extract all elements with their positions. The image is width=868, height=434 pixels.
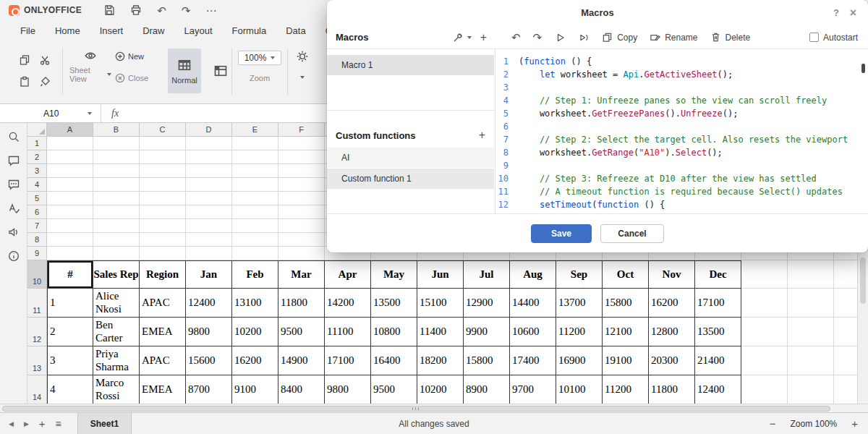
cell-A4[interactable]	[47, 178, 93, 192]
cell-B7[interactable]	[93, 219, 140, 233]
row-header-9[interactable]: 9	[27, 247, 47, 260]
cell[interactable]	[741, 318, 788, 346]
row-header-8[interactable]: 8	[27, 233, 47, 247]
cell[interactable]	[834, 289, 857, 318]
col-header-E[interactable]: E	[232, 123, 278, 137]
table-header-cell[interactable]: Region	[140, 260, 186, 289]
cell-C12[interactable]: EMEA	[140, 318, 186, 346]
cell-C3[interactable]	[140, 164, 186, 178]
format-painter-icon[interactable]	[39, 76, 51, 88]
close-icon[interactable]: ×	[850, 0, 856, 26]
cell[interactable]	[788, 318, 834, 346]
cell-E12[interactable]: 10200	[232, 318, 278, 346]
cell-O13[interactable]: 21400	[695, 346, 741, 375]
cell-B11[interactable]: Alice Nkosi	[93, 289, 140, 318]
cell[interactable]	[741, 346, 788, 375]
cell-C6[interactable]	[140, 205, 186, 219]
zoom-in-icon[interactable]: +	[851, 418, 858, 429]
cell-E1[interactable]	[232, 137, 278, 150]
cell-F11[interactable]: 11800	[278, 289, 325, 318]
cell-E6[interactable]	[232, 205, 278, 219]
autostart-checkbox[interactable]: Autostart	[809, 33, 858, 43]
cell-O11[interactable]: 17100	[695, 289, 741, 318]
sheet-view-close-button[interactable]: Close	[114, 72, 148, 84]
cell-D3[interactable]	[186, 164, 232, 178]
table-header-cell[interactable]: Oct	[603, 260, 649, 289]
sheet-list-icon[interactable]: ≡	[56, 418, 61, 430]
save-icon[interactable]	[103, 4, 115, 16]
cell-E2[interactable]	[232, 150, 278, 164]
row-header-4[interactable]: 4	[27, 178, 47, 192]
cell-D4[interactable]	[186, 178, 232, 192]
cell-L11[interactable]: 13700	[556, 289, 603, 318]
cell-E9[interactable]	[232, 247, 278, 260]
code-line-5[interactable]: 5 worksheet.GetFreezePanes().Unfreeze();	[495, 107, 868, 120]
code-line-12[interactable]: 12 setTimeout(function () {	[495, 198, 868, 211]
cell-J14[interactable]: 8900	[464, 375, 510, 404]
row-header-11[interactable]: 11	[27, 289, 47, 318]
cell-C7[interactable]	[140, 219, 186, 233]
add-macro-icon[interactable]: +	[480, 32, 487, 43]
cell-F6[interactable]	[278, 205, 325, 219]
menu-tab-layout[interactable]: Layout	[184, 25, 213, 36]
macro-undo-icon[interactable]: ↶	[511, 32, 521, 43]
cell-B12[interactable]: Ben Carter	[93, 318, 140, 346]
cell[interactable]	[788, 260, 834, 289]
custom-function-list-item[interactable]: Custom function 1	[327, 169, 494, 189]
cell-J11[interactable]: 12900	[464, 289, 510, 318]
code-line-3[interactable]: 3	[495, 81, 868, 94]
row-header-12[interactable]: 12	[27, 318, 47, 346]
cell-C2[interactable]	[140, 150, 186, 164]
cell-C8[interactable]	[140, 233, 186, 247]
code-line-7[interactable]: 7 // Step 2: Select the target cell. Als…	[495, 133, 868, 146]
cell-C14[interactable]: EMEA	[140, 375, 186, 404]
cell-I12[interactable]: 11400	[417, 318, 464, 346]
checkbox-icon[interactable]	[809, 33, 819, 42]
cell-J13[interactable]: 15800	[464, 346, 510, 375]
cell-F8[interactable]	[278, 233, 325, 247]
table-header-cell[interactable]: Aug	[510, 260, 556, 289]
cell-F2[interactable]	[278, 150, 325, 164]
eye-icon[interactable]	[84, 49, 97, 62]
feedback-icon[interactable]	[7, 226, 20, 239]
cell-D14[interactable]: 8700	[186, 375, 232, 404]
cell-B4[interactable]	[93, 178, 140, 192]
undo-icon[interactable]: ↶	[157, 5, 166, 16]
cell-D5[interactable]	[186, 192, 232, 205]
horizontal-scrollbar-thumb[interactable]	[2, 406, 830, 412]
row-header-2[interactable]: 2	[27, 150, 47, 164]
code-editor[interactable]: 1(function () {2 let worksheet = Api.Get…	[495, 49, 868, 213]
table-header-cell[interactable]: Jul	[464, 260, 510, 289]
row-header-5[interactable]: 5	[27, 192, 47, 205]
cell[interactable]	[741, 375, 788, 404]
cancel-button[interactable]: Cancel	[600, 224, 664, 243]
code-line-10[interactable]: 10 // Step 3: Refreeze at D10 after the …	[495, 172, 868, 185]
cell-G11[interactable]: 14200	[325, 289, 371, 318]
cell-E14[interactable]: 9100	[232, 375, 278, 404]
cell-M12[interactable]: 12100	[603, 318, 649, 346]
cell-E11[interactable]: 13100	[232, 289, 278, 318]
menu-tab-home[interactable]: Home	[55, 25, 80, 36]
table-header-cell[interactable]: Sales Rep	[93, 260, 140, 289]
cell-E13[interactable]: 16200	[232, 346, 278, 375]
cell-A5[interactable]	[47, 192, 93, 205]
cell-A3[interactable]	[47, 164, 93, 178]
sheet-view-new-button[interactable]: New	[114, 51, 144, 62]
cell-M14[interactable]: 11200	[603, 375, 649, 404]
col-header-C[interactable]: C	[140, 123, 186, 137]
cell-L13[interactable]: 16900	[556, 346, 603, 375]
cell-F4[interactable]	[278, 178, 325, 192]
sheet-tab-sheet1[interactable]: Sheet1	[77, 413, 132, 434]
cell-H11[interactable]: 13500	[371, 289, 417, 318]
col-header-B[interactable]: B	[93, 123, 140, 137]
pin-icon[interactable]	[452, 32, 464, 43]
cell-E5[interactable]	[232, 192, 278, 205]
cell-F1[interactable]	[278, 137, 325, 150]
cell-A6[interactable]	[47, 205, 93, 219]
zoom-out-icon[interactable]: −	[770, 418, 776, 429]
row-header-10[interactable]: 10	[27, 260, 47, 289]
row-header-14[interactable]: 14	[27, 375, 47, 404]
table-header-cell[interactable]: May	[371, 260, 417, 289]
cell-A12[interactable]: 2	[47, 318, 93, 346]
cell-L12[interactable]: 11200	[556, 318, 603, 346]
